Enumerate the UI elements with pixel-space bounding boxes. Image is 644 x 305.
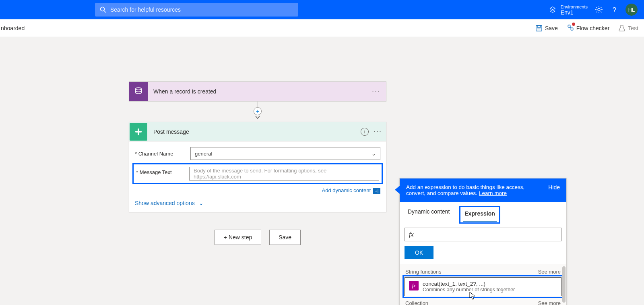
svg-text:?: ? <box>613 6 616 13</box>
command-bar: nboarded Save Flow checker Test <box>0 19 644 37</box>
svg-rect-4 <box>536 25 542 31</box>
environment-name: Env1 <box>561 10 588 15</box>
add-step-inline[interactable]: + <box>254 107 262 115</box>
save-flow-button[interactable]: Save <box>269 230 301 245</box>
info-icon[interactable]: i <box>361 128 369 136</box>
alert-badge <box>572 23 575 26</box>
breadcrumb: nboarded <box>0 25 25 31</box>
message-row-highlight: * Message Text Body of the message to se… <box>132 163 383 184</box>
see-more-link[interactable]: See more <box>538 269 561 275</box>
channel-label: * Channel Name <box>135 151 190 157</box>
message-input[interactable]: Body of the message to send. For formatt… <box>189 167 379 181</box>
action-title: Post message <box>153 129 361 135</box>
trigger-card[interactable]: When a record is created ··· <box>129 81 386 102</box>
new-step-button[interactable]: + New step <box>215 230 261 245</box>
flow-checker-button[interactable]: Flow checker <box>567 24 609 32</box>
see-more-link[interactable]: See more <box>538 300 561 305</box>
search-input[interactable] <box>110 6 293 13</box>
action-menu[interactable]: ··· <box>374 127 382 136</box>
connector: + <box>129 102 386 122</box>
plus-badge-icon: +| <box>373 188 380 194</box>
avatar[interactable]: HL <box>625 4 638 16</box>
svg-rect-5 <box>537 25 541 27</box>
environment-picker[interactable]: Environments Env1 <box>549 4 588 15</box>
fx-icon: fx <box>409 281 419 290</box>
slack-icon <box>130 123 147 141</box>
learn-more-link[interactable]: Learn more <box>479 190 507 196</box>
environment-label: Environments <box>561 4 588 10</box>
panel-description: Add an expression to do basic things lik… <box>406 184 531 196</box>
save-icon <box>535 25 543 32</box>
function-concat[interactable]: fx concat(text_1, text_2?, ...) Combines… <box>405 277 561 296</box>
test-icon <box>618 25 625 32</box>
action-card: Post message i ··· * Channel Name genera… <box>129 122 386 212</box>
add-dynamic-content-link[interactable]: Add dynamic content+| <box>135 187 380 194</box>
tab-dynamic-content[interactable]: Dynamic content <box>406 206 451 224</box>
svg-rect-11 <box>135 131 142 133</box>
svg-point-0 <box>101 7 105 11</box>
panel-pointer <box>395 186 400 194</box>
tab-expression[interactable]: Expression <box>463 208 496 222</box>
section-title: String functions <box>405 269 442 275</box>
channel-select[interactable]: general ⌄ <box>190 147 380 160</box>
svg-point-9 <box>136 88 142 90</box>
tab-expression-highlight: Expression <box>459 206 500 224</box>
message-label: * Message Text <box>136 167 189 181</box>
svg-line-1 <box>104 11 106 13</box>
settings-icon[interactable] <box>595 6 603 14</box>
top-right-controls: Environments Env1 ? HL <box>549 0 638 19</box>
ok-button[interactable]: OK <box>405 246 433 259</box>
environment-icon <box>549 6 557 14</box>
section-title: Collection <box>405 300 428 305</box>
top-header: Environments Env1 ? HL <box>0 0 644 19</box>
database-icon <box>129 82 148 101</box>
trigger-title: When a record is created <box>153 88 372 95</box>
scrollbar[interactable] <box>562 266 566 303</box>
test-button[interactable]: Test <box>618 25 638 32</box>
svg-rect-6 <box>537 29 541 29</box>
expression-input[interactable]: fx <box>405 228 561 241</box>
save-button[interactable]: Save <box>535 25 558 32</box>
expression-panel: Add an expression to do basic things lik… <box>399 178 567 305</box>
chevron-down-icon: ⌄ <box>199 200 204 206</box>
help-icon[interactable]: ? <box>610 6 618 14</box>
chevron-down-icon: ⌄ <box>372 151 376 157</box>
search-box[interactable] <box>95 3 298 17</box>
hide-panel-link[interactable]: Hide <box>548 184 560 191</box>
search-icon <box>100 6 106 13</box>
show-advanced-options[interactable]: Show advanced options ⌄ <box>135 200 380 206</box>
svg-point-2 <box>598 8 600 11</box>
trigger-menu[interactable]: ··· <box>372 87 380 96</box>
